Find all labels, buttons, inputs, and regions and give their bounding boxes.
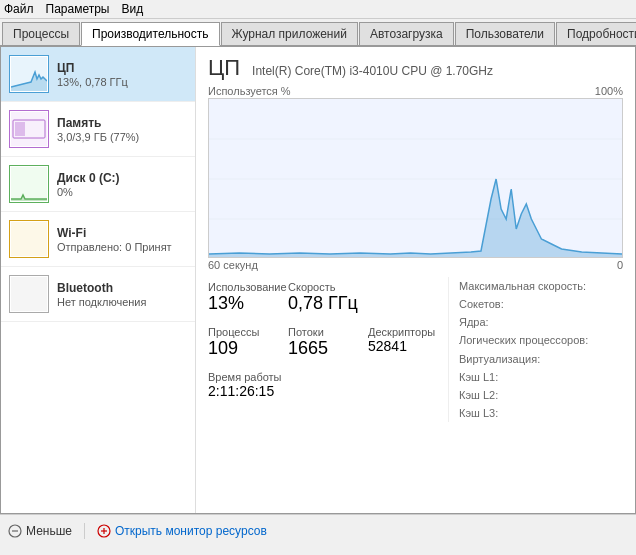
processes-value: 109 xyxy=(208,338,280,359)
cpu-detail: 13%, 0,78 ГГц xyxy=(57,76,187,88)
stat-descriptors: Дескрипторы 52841 xyxy=(368,322,448,363)
bottom-separator xyxy=(84,523,85,539)
chart-x-label: 60 секунд xyxy=(208,259,258,271)
open-monitor-icon xyxy=(97,524,111,538)
wifi-mini-chart xyxy=(11,222,47,256)
info-virt: Виртуализация: xyxy=(459,350,623,368)
sidebar-info-bluetooth: Bluetooth Нет подключения xyxy=(57,281,187,308)
stat-placeholder xyxy=(368,277,448,318)
bluetooth-name: Bluetooth xyxy=(57,281,187,295)
less-button[interactable]: Меньше xyxy=(8,524,72,538)
info-cores: Ядра: xyxy=(459,313,623,331)
tab-performance[interactable]: Производительность xyxy=(81,22,219,46)
chart-x-right: 0 xyxy=(617,259,623,271)
bottom-bar: Меньше Открыть монитор ресурсов xyxy=(0,514,636,546)
descriptors-label: Дескрипторы xyxy=(368,326,440,338)
detail-stats-right: Максимальная скорость: Сокетов: Ядра: Ло… xyxy=(448,277,623,422)
detail-stats-left: Использование 13% Скорость 0,78 ГГц Проц… xyxy=(208,277,448,422)
wifi-name: Wi-Fi xyxy=(57,226,187,240)
tab-autoload[interactable]: Автозагрузка xyxy=(359,22,454,45)
usage-value: 13% xyxy=(208,293,280,314)
svg-rect-9 xyxy=(209,99,622,258)
logical-label: Логических процессоров: xyxy=(459,331,588,349)
tab-processes[interactable]: Процессы xyxy=(2,22,80,45)
chart-label-top: Используется % 100% xyxy=(208,85,623,97)
sidebar-info-wifi: Wi-Fi Отправлено: 0 Принят xyxy=(57,226,187,253)
disk-name: Диск 0 (C:) xyxy=(57,171,187,185)
disk-mini-chart xyxy=(11,167,47,201)
info-logical: Логических процессоров: xyxy=(459,331,623,349)
sidebar-item-wifi[interactable]: Wi-Fi Отправлено: 0 Принят xyxy=(1,212,195,267)
cpu-chart-svg xyxy=(209,99,622,258)
sockets-label: Сокетов: xyxy=(459,295,504,313)
sidebar-info-memory: Память 3,0/3,9 ГБ (77%) xyxy=(57,116,187,143)
svg-rect-8 xyxy=(11,277,47,311)
cpu-mini-chart xyxy=(11,57,47,91)
chart-container xyxy=(208,98,623,258)
svg-rect-4 xyxy=(15,122,25,136)
sidebar-thumb-memory xyxy=(9,110,49,148)
stat-usage: Использование 13% xyxy=(208,277,288,318)
threads-label: Потоки xyxy=(288,326,360,338)
tabs-bar: Процессы Производительность Журнал прило… xyxy=(0,19,636,46)
uptime-label: Время работы xyxy=(208,371,440,383)
stat-processes: Процессы 109 xyxy=(208,322,288,363)
info-cache-l3: Кэш L3: xyxy=(459,404,623,422)
svg-rect-7 xyxy=(11,222,47,256)
cache-l3-label: Кэш L3: xyxy=(459,404,498,422)
sidebar-thumb-cpu xyxy=(9,55,49,93)
svg-rect-5 xyxy=(11,167,47,201)
cache-l1-label: Кэш L1: xyxy=(459,368,498,386)
sidebar-thumb-wifi xyxy=(9,220,49,258)
stat-speed: Скорость 0,78 ГГц xyxy=(288,277,368,318)
open-monitor-button[interactable]: Открыть монитор ресурсов xyxy=(97,524,267,538)
sidebar: ЦП 13%, 0,78 ГГц Память 3,0/3,9 ГБ (77%) xyxy=(1,47,196,513)
bluetooth-detail: Нет подключения xyxy=(57,296,187,308)
virt-label: Виртуализация: xyxy=(459,350,540,368)
chart-area: Используется % 100% 60 секунд 0 xyxy=(208,85,623,271)
menu-params[interactable]: Параметры xyxy=(46,2,110,16)
speed-value: 0,78 ГГц xyxy=(288,293,360,314)
detail-subtitle: Intel(R) Core(TM) i3-4010U CPU @ 1.70GHz xyxy=(252,64,493,78)
menu-view[interactable]: Вид xyxy=(121,2,143,16)
info-max-speed: Максимальная скорость: xyxy=(459,277,623,295)
processes-label: Процессы xyxy=(208,326,280,338)
detail-header: ЦП Intel(R) Core(TM) i3-4010U CPU @ 1.70… xyxy=(208,55,623,81)
memory-detail: 3,0/3,9 ГБ (77%) xyxy=(57,131,187,143)
info-sockets: Сокетов: xyxy=(459,295,623,313)
threads-value: 1665 xyxy=(288,338,360,359)
detail-title: ЦП xyxy=(208,55,240,81)
sidebar-thumb-bluetooth xyxy=(9,275,49,313)
stat-uptime: Время работы 2:11:26:15 xyxy=(208,367,448,403)
tab-users[interactable]: Пользователи xyxy=(455,22,555,45)
wifi-detail: Отправлено: 0 Принят xyxy=(57,241,187,253)
tab-details[interactable]: Подробности xyxy=(556,22,636,45)
info-cache-l2: Кэш L2: xyxy=(459,386,623,404)
menu-bar: Файл Параметры Вид xyxy=(0,0,636,19)
less-icon xyxy=(8,524,22,538)
max-speed-label: Максимальная скорость: xyxy=(459,277,586,295)
sidebar-item-disk[interactable]: Диск 0 (C:) 0% xyxy=(1,157,195,212)
stats-row-3: Время работы 2:11:26:15 xyxy=(208,367,448,403)
detail-panel: ЦП Intel(R) Core(TM) i3-4010U CPU @ 1.70… xyxy=(196,47,635,513)
cores-label: Ядра: xyxy=(459,313,489,331)
sidebar-info-cpu: ЦП 13%, 0,78 ГГц xyxy=(57,61,187,88)
cache-l2-label: Кэш L2: xyxy=(459,386,498,404)
sidebar-item-cpu[interactable]: ЦП 13%, 0,78 ГГц xyxy=(1,47,195,102)
disk-detail: 0% xyxy=(57,186,187,198)
sidebar-item-bluetooth[interactable]: Bluetooth Нет подключения xyxy=(1,267,195,322)
menu-file[interactable]: Файл xyxy=(4,2,34,16)
memory-name: Память xyxy=(57,116,187,130)
stats-row-2: Процессы 109 Потоки 1665 Дескрипторы 528… xyxy=(208,322,448,363)
speed-label: Скорость xyxy=(288,281,360,293)
main-content: ЦП 13%, 0,78 ГГц Память 3,0/3,9 ГБ (77%) xyxy=(0,46,636,514)
cpu-name: ЦП xyxy=(57,61,187,75)
sidebar-item-memory[interactable]: Память 3,0/3,9 ГБ (77%) xyxy=(1,102,195,157)
sidebar-info-disk: Диск 0 (C:) 0% xyxy=(57,171,187,198)
chart-y-label: Используется % xyxy=(208,85,291,97)
tab-app-log[interactable]: Журнал приложений xyxy=(221,22,358,45)
stats-row-1: Использование 13% Скорость 0,78 ГГц xyxy=(208,277,448,318)
bluetooth-mini-chart xyxy=(11,277,47,311)
stat-threads: Потоки 1665 xyxy=(288,322,368,363)
memory-mini-chart xyxy=(11,112,47,146)
